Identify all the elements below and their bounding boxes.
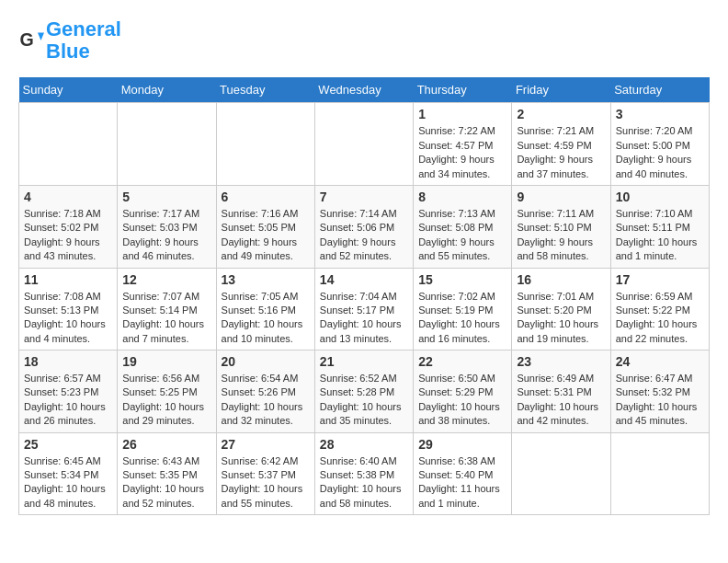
calendar-table: SundayMondayTuesdayWednesdayThursdayFrid… [18,77,710,515]
day-number: 15 [418,272,506,287]
calendar-cell: 12Sunrise: 7:07 AM Sunset: 5:14 PM Dayli… [118,268,216,350]
column-header-wednesday: Wednesday [314,77,413,103]
day-info: Sunrise: 7:20 AM Sunset: 5:00 PM Dayligh… [616,124,704,181]
day-info: Sunrise: 6:45 AM Sunset: 5:34 PM Dayligh… [24,454,112,511]
column-header-saturday: Saturday [610,77,709,103]
logo: G General Blue [18,18,121,63]
day-number: 19 [122,354,210,369]
calendar-cell [314,103,413,186]
calendar-cell: 7Sunrise: 7:14 AM Sunset: 5:06 PM Daylig… [314,185,413,268]
calendar-cell: 17Sunrise: 6:59 AM Sunset: 5:22 PM Dayli… [610,268,709,350]
day-info: Sunrise: 7:16 AM Sunset: 5:05 PM Dayligh… [222,207,310,264]
calendar-cell [610,432,709,515]
day-number: 24 [616,354,704,369]
week-row-3: 11Sunrise: 7:08 AM Sunset: 5:13 PM Dayli… [19,268,710,350]
day-info: Sunrise: 6:42 AM Sunset: 5:37 PM Dayligh… [222,454,310,511]
calendar-cell: 13Sunrise: 7:05 AM Sunset: 5:16 PM Dayli… [216,268,314,350]
day-number: 17 [616,272,704,287]
day-number: 13 [222,272,310,287]
calendar-cell: 1Sunrise: 7:22 AM Sunset: 4:57 PM Daylig… [414,103,512,186]
calendar-cell: 19Sunrise: 6:56 AM Sunset: 5:25 PM Dayli… [118,350,216,433]
calendar-cell: 23Sunrise: 6:49 AM Sunset: 5:31 PM Dayli… [512,350,610,433]
day-number: 16 [517,272,605,287]
day-info: Sunrise: 7:22 AM Sunset: 4:57 PM Dayligh… [418,124,506,181]
calendar-cell: 16Sunrise: 7:01 AM Sunset: 5:20 PM Dayli… [512,268,610,350]
calendar-cell: 18Sunrise: 6:57 AM Sunset: 5:23 PM Dayli… [19,350,118,433]
calendar-cell: 5Sunrise: 7:17 AM Sunset: 5:03 PM Daylig… [118,185,216,268]
calendar-cell: 14Sunrise: 7:04 AM Sunset: 5:17 PM Dayli… [314,268,413,350]
calendar-cell [216,103,314,186]
column-header-tuesday: Tuesday [216,77,314,103]
day-info: Sunrise: 7:11 AM Sunset: 5:10 PM Dayligh… [517,207,605,264]
logo-text: General Blue [46,18,121,63]
calendar-cell: 11Sunrise: 7:08 AM Sunset: 5:13 PM Dayli… [19,268,118,350]
day-number: 21 [320,354,408,369]
calendar-cell: 21Sunrise: 6:52 AM Sunset: 5:28 PM Dayli… [314,350,413,433]
day-number: 27 [222,437,310,452]
day-info: Sunrise: 6:52 AM Sunset: 5:28 PM Dayligh… [320,372,408,429]
day-number: 22 [418,354,506,369]
week-row-2: 4Sunrise: 7:18 AM Sunset: 5:02 PM Daylig… [19,185,710,268]
day-number: 26 [122,437,210,452]
logo-icon: G [18,28,44,53]
column-header-monday: Monday [118,77,216,103]
day-number: 29 [418,437,506,452]
day-info: Sunrise: 7:02 AM Sunset: 5:19 PM Dayligh… [418,290,506,347]
calendar-cell: 2Sunrise: 7:21 AM Sunset: 4:59 PM Daylig… [512,103,610,186]
day-info: Sunrise: 7:01 AM Sunset: 5:20 PM Dayligh… [517,290,605,347]
day-number: 2 [517,107,605,121]
calendar-header-row: SundayMondayTuesdayWednesdayThursdayFrid… [19,77,710,103]
day-info: Sunrise: 6:50 AM Sunset: 5:29 PM Dayligh… [418,372,506,429]
day-info: Sunrise: 6:59 AM Sunset: 5:22 PM Dayligh… [616,290,704,347]
day-number: 25 [24,437,112,452]
day-info: Sunrise: 7:21 AM Sunset: 4:59 PM Dayligh… [517,124,605,181]
calendar-cell: 26Sunrise: 6:43 AM Sunset: 5:35 PM Dayli… [118,432,216,515]
calendar-cell: 28Sunrise: 6:40 AM Sunset: 5:38 PM Dayli… [314,432,413,515]
svg-text:G: G [19,29,33,50]
calendar-cell: 27Sunrise: 6:42 AM Sunset: 5:37 PM Dayli… [216,432,314,515]
calendar-cell: 24Sunrise: 6:47 AM Sunset: 5:32 PM Dayli… [610,350,709,433]
day-info: Sunrise: 6:54 AM Sunset: 5:26 PM Dayligh… [222,372,310,429]
day-number: 18 [24,354,112,369]
day-number: 23 [517,354,605,369]
calendar-cell: 20Sunrise: 6:54 AM Sunset: 5:26 PM Dayli… [216,350,314,433]
day-info: Sunrise: 7:07 AM Sunset: 5:14 PM Dayligh… [122,290,210,347]
day-info: Sunrise: 6:47 AM Sunset: 5:32 PM Dayligh… [616,372,704,429]
day-number: 20 [222,354,310,369]
day-info: Sunrise: 7:17 AM Sunset: 5:03 PM Dayligh… [122,207,210,264]
day-info: Sunrise: 6:56 AM Sunset: 5:25 PM Dayligh… [122,372,210,429]
calendar-cell [512,432,610,515]
calendar-cell: 15Sunrise: 7:02 AM Sunset: 5:19 PM Dayli… [414,268,512,350]
day-number: 10 [616,190,704,204]
svg-marker-1 [38,33,44,40]
day-info: Sunrise: 6:38 AM Sunset: 5:40 PM Dayligh… [418,454,506,511]
day-info: Sunrise: 7:18 AM Sunset: 5:02 PM Dayligh… [24,207,112,264]
day-number: 12 [122,272,210,287]
week-row-4: 18Sunrise: 6:57 AM Sunset: 5:23 PM Dayli… [19,350,710,433]
day-number: 7 [320,190,408,204]
calendar-cell: 29Sunrise: 6:38 AM Sunset: 5:40 PM Dayli… [414,432,512,515]
day-number: 1 [418,107,506,121]
calendar-cell [118,103,216,186]
day-number: 3 [616,107,704,121]
column-header-friday: Friday [512,77,610,103]
calendar-cell: 4Sunrise: 7:18 AM Sunset: 5:02 PM Daylig… [19,185,118,268]
day-number: 28 [320,437,408,452]
week-row-1: 1Sunrise: 7:22 AM Sunset: 4:57 PM Daylig… [19,103,710,186]
day-info: Sunrise: 6:40 AM Sunset: 5:38 PM Dayligh… [320,454,408,511]
day-info: Sunrise: 7:14 AM Sunset: 5:06 PM Dayligh… [320,207,408,264]
week-row-5: 25Sunrise: 6:45 AM Sunset: 5:34 PM Dayli… [19,432,710,515]
day-number: 5 [122,190,210,204]
day-number: 9 [517,190,605,204]
day-number: 6 [222,190,310,204]
day-number: 11 [24,272,112,287]
day-info: Sunrise: 7:08 AM Sunset: 5:13 PM Dayligh… [24,290,112,347]
day-info: Sunrise: 6:57 AM Sunset: 5:23 PM Dayligh… [24,372,112,429]
calendar-cell: 8Sunrise: 7:13 AM Sunset: 5:08 PM Daylig… [414,185,512,268]
day-info: Sunrise: 7:10 AM Sunset: 5:11 PM Dayligh… [616,207,704,264]
day-number: 8 [418,190,506,204]
calendar-cell: 9Sunrise: 7:11 AM Sunset: 5:10 PM Daylig… [512,185,610,268]
calendar-cell: 25Sunrise: 6:45 AM Sunset: 5:34 PM Dayli… [19,432,118,515]
day-info: Sunrise: 7:04 AM Sunset: 5:17 PM Dayligh… [320,290,408,347]
day-info: Sunrise: 6:49 AM Sunset: 5:31 PM Dayligh… [517,372,605,429]
